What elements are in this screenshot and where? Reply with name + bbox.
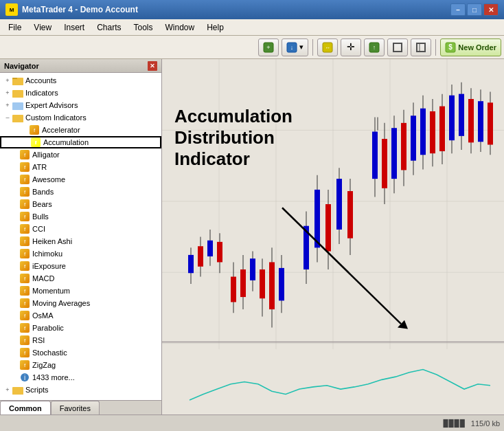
tree-item-bears[interactable]: f Bears <box>0 198 161 210</box>
menu-view[interactable]: View <box>28 21 57 34</box>
tree-item-custom-indicators[interactable]: – Custom Indicators <box>0 111 161 124</box>
svg-rect-24 <box>12 116 23 122</box>
expand-accounts[interactable]: + <box>3 76 12 85</box>
svg-text:+: + <box>267 44 271 51</box>
tree-item-more[interactable]: i 1433 more... <box>0 371 161 384</box>
bulls-icon: f <box>19 211 30 222</box>
toolbar-btn-5[interactable]: ↑ <box>364 38 385 56</box>
tree-item-heiken-ashi[interactable]: f Heiken Ashi <box>0 235 161 247</box>
tree-item-rsi[interactable]: f RSI <box>0 334 161 346</box>
menu-window[interactable]: Window <box>160 21 201 34</box>
tree-item-expert-advisors[interactable]: + Expert Advisors <box>0 99 161 111</box>
new-order-button[interactable]: $ New Order <box>440 38 501 56</box>
chart-area: Accumulation Distribution Indicator <box>162 59 504 415</box>
toolbar-btn-1[interactable]: + <box>258 38 279 56</box>
maximize-button[interactable]: □ <box>467 3 482 16</box>
tree-item-parabolic[interactable]: f Parabolic <box>0 322 161 334</box>
cci-icon: f <box>19 223 30 234</box>
accounts-icon <box>12 75 23 86</box>
close-button[interactable]: ✕ <box>483 3 499 16</box>
expand-custom-indicators[interactable]: – <box>3 113 12 122</box>
svg-rect-74 <box>382 139 387 188</box>
tab-common[interactable]: Common <box>0 401 51 415</box>
atr-label: ATR <box>32 163 47 171</box>
toolbar-btn-4[interactable]: ✛ <box>341 38 361 56</box>
more-icon: i <box>19 372 30 383</box>
tree-item-iexposure[interactable]: f iExposure <box>0 260 161 272</box>
menu-help[interactable]: Help <box>201 21 229 34</box>
toolbar-btn-2[interactable]: ↓ ▾ <box>282 38 308 56</box>
tree-item-accelerator[interactable]: f Accelerator <box>0 124 161 136</box>
minimize-button[interactable]: – <box>450 3 466 16</box>
menu-tools[interactable]: Tools <box>128 21 159 34</box>
expand-indicators[interactable]: + <box>3 88 12 98</box>
tree-item-indicators[interactable]: + Indicators <box>0 87 161 99</box>
alligator-icon: f <box>19 149 30 160</box>
tree-item-moving-averages[interactable]: f Moving Averages <box>0 297 161 309</box>
iexposure-icon: f <box>19 261 30 272</box>
menu-charts[interactable]: Charts <box>91 21 126 34</box>
svg-rect-41 <box>188 255 194 273</box>
tree-item-macd[interactable]: f MACD <box>0 272 161 285</box>
bears-icon: f <box>19 199 30 210</box>
tree-item-alligator[interactable]: f Alligator <box>0 148 161 161</box>
svg-rect-53 <box>250 258 255 280</box>
tree-item-stochastic[interactable]: f Stochastic <box>0 346 161 359</box>
rsi-label: RSI <box>32 336 45 344</box>
menu-insert[interactable]: Insert <box>58 21 90 34</box>
tree-item-ichimoku[interactable]: f Ichimoku <box>0 247 161 260</box>
tree-item-atr[interactable]: f ATR <box>0 161 161 173</box>
tree-item-scripts[interactable]: + Scripts <box>0 384 161 396</box>
awesome-label: Awesome <box>32 175 65 184</box>
macd-label: MACD <box>32 274 54 283</box>
toolbar-btn-6[interactable] <box>387 38 408 56</box>
toolbar: + ↓ ▾ ↔ ✛ ↑ $ New Order <box>0 36 504 59</box>
bands-label: Bands <box>32 188 54 196</box>
awesome-icon: f <box>19 174 30 185</box>
expand-expert-advisors[interactable]: + <box>3 100 12 110</box>
tree-item-accounts[interactable]: + Accounts <box>0 74 161 87</box>
tree-item-cci[interactable]: f CCI <box>0 223 161 235</box>
stochastic-icon: f <box>19 347 30 358</box>
accelerator-icon: f <box>29 124 40 135</box>
navigator-close-button[interactable]: ✕ <box>148 61 157 71</box>
ichimoku-label: Ichimoku <box>32 250 62 258</box>
chart-annotation: Accumulation Distribution Indicator <box>174 106 293 170</box>
status-bar: ████ 115/0 kb <box>0 415 504 431</box>
svg-rect-18 <box>12 79 23 85</box>
svg-rect-94 <box>478 101 483 142</box>
toolbar-btn-3[interactable]: ↔ <box>317 38 338 56</box>
indicators-label: Indicators <box>25 89 58 97</box>
tree-item-bands[interactable]: f Bands <box>0 186 161 198</box>
svg-rect-86 <box>439 107 445 151</box>
alligator-label: Alligator <box>32 151 60 159</box>
svg-rect-84 <box>430 111 435 153</box>
expand-accelerator <box>19 125 29 135</box>
tree-item-awesome[interactable]: f Awesome <box>0 173 161 186</box>
tree-item-accumulation[interactable]: f Accumulation <box>0 136 161 148</box>
tree-item-bulls[interactable]: f Bulls <box>0 210 161 223</box>
parabolic-label: Parabolic <box>32 324 64 332</box>
toolbar-separator-2 <box>435 39 436 56</box>
tree-item-momentum[interactable]: f Momentum <box>0 285 161 297</box>
svg-rect-88 <box>449 96 455 140</box>
svg-rect-80 <box>411 115 416 160</box>
svg-rect-90 <box>459 94 464 136</box>
menu-bar: File View Insert Charts Tools Window Hel… <box>0 19 504 36</box>
navigator-tree[interactable]: + Accounts + Indicators + Exp <box>0 73 161 400</box>
tree-item-zigzag[interactable]: f ZigZag <box>0 359 161 371</box>
svg-rect-28 <box>12 388 23 395</box>
annotation-line3: Indicator <box>174 148 293 170</box>
navigator-title: Navigator <box>4 62 39 70</box>
svg-text:$: $ <box>449 43 453 51</box>
main-area: Navigator ✕ + Accounts + Indicators <box>0 59 504 415</box>
expand-scripts[interactable]: + <box>3 385 12 395</box>
expand-accumulation <box>21 137 30 147</box>
momentum-label: Momentum <box>32 287 70 295</box>
toolbar-btn-7[interactable] <box>411 38 431 56</box>
svg-rect-82 <box>420 109 426 155</box>
tree-item-osma[interactable]: f OsMA <box>0 309 161 322</box>
navigator-panel: Navigator ✕ + Accounts + Indicators <box>0 59 162 415</box>
tab-favorites[interactable]: Favorites <box>51 401 100 415</box>
menu-file[interactable]: File <box>3 21 27 34</box>
